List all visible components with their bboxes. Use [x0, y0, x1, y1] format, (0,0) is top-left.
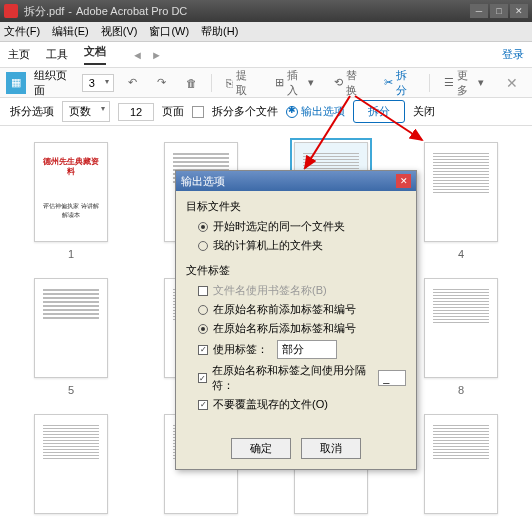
dialog-titlebar: 输出选项 ✕ — [176, 171, 416, 191]
rotate-left-icon[interactable]: ↶ — [122, 73, 143, 92]
thumbnail[interactable]: 8 — [410, 278, 512, 396]
label-after-radio[interactable]: 在原始名称后添加标签和编号 — [198, 321, 406, 336]
nav-forward-icon[interactable]: ► — [151, 49, 162, 61]
maximize-button[interactable]: □ — [490, 4, 508, 18]
more-button[interactable]: ☰ 更多 ▾ — [438, 65, 490, 101]
page-count-input[interactable]: 12 — [118, 103, 154, 121]
label-text-input[interactable]: 部分 — [277, 340, 337, 359]
page-number: 4 — [458, 248, 464, 260]
page-preview — [424, 278, 498, 378]
thumbnail[interactable]: 9 — [20, 414, 122, 519]
split-options-bar: 拆分选项 页数 12 页面 拆分多个文件 输出选项 拆分 关闭 — [0, 98, 532, 126]
split-button[interactable]: ✂ 拆分 — [378, 65, 421, 101]
title-appname: Adobe Acrobat Pro DC — [76, 5, 187, 17]
split-action-button[interactable]: 拆分 — [353, 100, 405, 123]
thumbnail[interactable]: 德州先生典藏资料 评估神偏执家 诗讲解解读本 1 — [20, 142, 122, 260]
replace-button[interactable]: ⟲ 替换 — [328, 65, 371, 101]
nav-home[interactable]: 主页 — [8, 47, 30, 62]
menu-window[interactable]: 窗口(W) — [149, 24, 189, 39]
dialog-title: 输出选项 — [181, 174, 225, 189]
bookmark-name-checkbox: 文件名使用书签名称(B) — [198, 283, 406, 298]
use-separator-checkbox[interactable]: 在原始名称和标签之间使用分隔符：_ — [198, 363, 406, 393]
app-icon — [4, 4, 18, 18]
separator-input[interactable]: _ — [378, 370, 406, 386]
menu-edit[interactable]: 编辑(E) — [52, 24, 89, 39]
folder-group-label: 目标文件夹 — [186, 199, 406, 214]
split-close-button[interactable]: 关闭 — [413, 104, 435, 119]
login-link[interactable]: 登录 — [502, 47, 524, 62]
nav-back-icon[interactable]: ◄ — [132, 49, 143, 61]
thumbnail[interactable]: 12 — [410, 414, 512, 519]
page-preview — [34, 278, 108, 378]
output-options-button[interactable]: 输出选项 — [286, 104, 345, 119]
use-label-checkbox[interactable]: 使用标签：部分 — [198, 340, 406, 359]
page-select-dropdown[interactable]: 3 — [82, 74, 114, 92]
organize-pages-icon[interactable]: ▦ — [6, 72, 26, 94]
page-number: 5 — [68, 384, 74, 396]
page-preview: 德州先生典藏资料 评估神偏执家 诗讲解解读本 — [34, 142, 108, 242]
insert-button[interactable]: ⊞ 插入 ▾ — [269, 65, 320, 101]
page-unit-label: 页面 — [162, 104, 184, 119]
split-multi-checkbox[interactable] — [192, 106, 204, 118]
delete-icon[interactable]: 🗑 — [180, 74, 203, 92]
organize-pages-label: 组织页面 — [34, 68, 74, 98]
thumbnail[interactable]: 4 — [410, 142, 512, 260]
menu-help[interactable]: 帮助(H) — [201, 24, 238, 39]
label-before-radio[interactable]: 在原始名称前添加标签和编号 — [198, 302, 406, 317]
menu-view[interactable]: 视图(V) — [101, 24, 138, 39]
close-toolbar-icon[interactable]: ✕ — [498, 75, 526, 91]
rotate-right-icon[interactable]: ↷ — [151, 73, 172, 92]
nav-document[interactable]: 文档 — [84, 44, 106, 65]
split-mode-dropdown[interactable]: 页数 — [62, 101, 110, 122]
split-multi-label: 拆分多个文件 — [212, 104, 278, 119]
ok-button[interactable]: 确定 — [231, 438, 291, 459]
toolbar: ▦ 组织页面 3 ↶ ↷ 🗑 ⎘ 提取 ⊞ 插入 ▾ ⟲ 替换 ✂ 拆分 ☰ 更… — [0, 68, 532, 98]
menu-bar: 文件(F) 编辑(E) 视图(V) 窗口(W) 帮助(H) — [0, 22, 532, 42]
gear-icon — [286, 106, 298, 118]
page-preview — [424, 414, 498, 514]
page-preview — [424, 142, 498, 242]
thumbnail[interactable]: 5 — [20, 278, 122, 396]
minimize-button[interactable]: ─ — [470, 4, 488, 18]
cancel-button[interactable]: 取消 — [301, 438, 361, 459]
window-titlebar: 拆分.pdf - Adobe Acrobat Pro DC ─ □ ✕ — [0, 0, 532, 22]
close-window-button[interactable]: ✕ — [510, 4, 528, 18]
menu-file[interactable]: 文件(F) — [4, 24, 40, 39]
filename-group-label: 文件标签 — [186, 263, 406, 278]
page-number: 1 — [68, 248, 74, 260]
output-options-dialog: 输出选项 ✕ 目标文件夹 开始时选定的同一个文件夹 我的计算机上的文件夹 文件标… — [175, 170, 417, 470]
extract-button[interactable]: ⎘ 提取 — [220, 65, 261, 101]
folder-local-radio[interactable]: 我的计算机上的文件夹 — [198, 238, 406, 253]
folder-same-radio[interactable]: 开始时选定的同一个文件夹 — [198, 219, 406, 234]
no-overwrite-checkbox[interactable]: 不要覆盖现存的文件(O) — [198, 397, 406, 412]
dialog-close-icon[interactable]: ✕ — [396, 174, 411, 188]
split-options-label: 拆分选项 — [10, 104, 54, 119]
nav-tools[interactable]: 工具 — [46, 47, 68, 62]
page-preview — [34, 414, 108, 514]
title-filename: 拆分.pdf — [24, 4, 64, 19]
page-number: 8 — [458, 384, 464, 396]
